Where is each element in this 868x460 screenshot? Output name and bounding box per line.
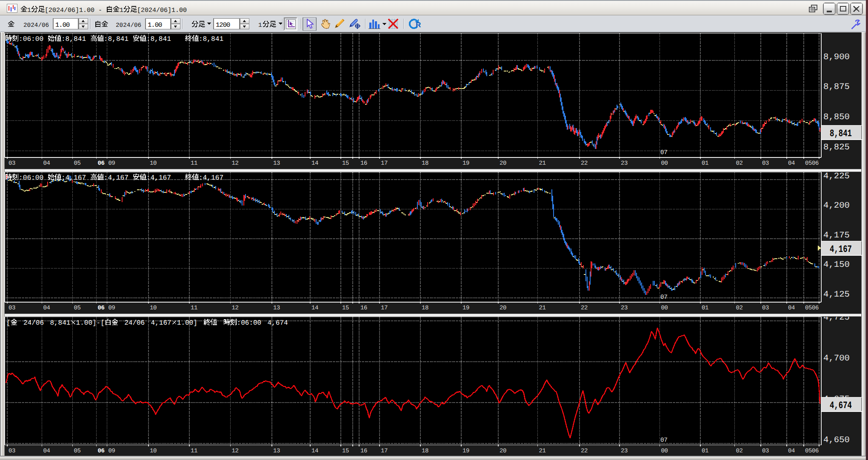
- svg-text::06:00: :06:00: [19, 35, 43, 43]
- svg-text:8,841: 8,841: [830, 128, 852, 139]
- svg-text:16: 16: [360, 448, 368, 454]
- svg-text:2024/06: 2024/06: [116, 22, 141, 29]
- svg-text:21: 21: [539, 448, 546, 454]
- svg-text:04: 04: [43, 305, 51, 311]
- svg-text:20: 20: [500, 305, 507, 311]
- svg-text:22: 22: [581, 305, 588, 311]
- svg-text:1: 1: [120, 7, 123, 14]
- svg-text:4,125: 4,125: [823, 290, 850, 300]
- svg-text:11: 11: [191, 305, 198, 311]
- svg-text:09: 09: [108, 160, 116, 167]
- svg-text:14: 14: [311, 448, 319, 454]
- svg-text:16: 16: [360, 160, 368, 167]
- svg-text:22: 22: [581, 160, 588, 167]
- svg-text:06: 06: [98, 305, 105, 311]
- svg-text:4,200: 4,200: [823, 201, 850, 211]
- svg-text:10: 10: [150, 305, 157, 311]
- svg-text:24/06: 24/06: [23, 319, 44, 327]
- svg-text:15: 15: [342, 448, 349, 454]
- svg-text:02: 02: [736, 448, 743, 454]
- svg-text:14: 14: [311, 160, 319, 167]
- svg-text:13: 13: [273, 160, 280, 167]
- svg-text:06: 06: [812, 160, 819, 167]
- svg-text:05: 05: [805, 160, 812, 167]
- svg-text:12: 12: [232, 160, 239, 167]
- svg-text:18: 18: [422, 448, 429, 454]
- svg-text:01: 01: [702, 160, 709, 167]
- svg-text::4,167: :4,167: [199, 174, 223, 182]
- svg-text::8,841: :8,841: [104, 35, 128, 43]
- svg-text:05: 05: [805, 448, 812, 454]
- svg-text:03: 03: [9, 305, 16, 311]
- svg-text:4,167: 4,167: [151, 319, 171, 327]
- svg-text:02: 02: [736, 305, 743, 311]
- svg-text:1200: 1200: [216, 21, 230, 29]
- svg-text:05: 05: [74, 160, 81, 167]
- svg-text:00: 00: [661, 305, 668, 311]
- svg-text:15: 15: [342, 305, 349, 311]
- svg-text:04: 04: [788, 305, 795, 311]
- svg-text::4,167: :4,167: [61, 174, 86, 182]
- svg-text::8,841: :8,841: [199, 35, 223, 43]
- svg-text:04: 04: [43, 160, 51, 167]
- svg-text:1.00: 1.00: [55, 21, 70, 29]
- svg-text:06: 06: [98, 448, 105, 454]
- svg-text:21: 21: [539, 305, 546, 311]
- svg-text:17: 17: [381, 448, 388, 454]
- svg-text:03: 03: [9, 160, 16, 167]
- svg-text:06: 06: [98, 160, 105, 167]
- svg-text:18: 18: [422, 305, 429, 311]
- svg-text:19: 19: [463, 448, 470, 454]
- svg-text::4,167: :4,167: [146, 174, 171, 182]
- svg-text:8,875: 8,875: [823, 82, 850, 92]
- svg-text:4,674: 4,674: [830, 400, 852, 411]
- svg-text::8,841: :8,841: [61, 35, 86, 43]
- svg-text::8,841: :8,841: [146, 35, 171, 43]
- svg-text:14: 14: [311, 305, 319, 311]
- svg-text:20: 20: [500, 160, 507, 167]
- svg-text:16: 16: [360, 305, 368, 311]
- svg-text:4,650: 4,650: [823, 435, 850, 445]
- svg-text:09: 09: [108, 305, 116, 311]
- svg-text:R: R: [416, 21, 421, 29]
- svg-text::06:00: :06:00: [237, 319, 262, 327]
- svg-text:23: 23: [621, 305, 628, 311]
- svg-text:05: 05: [74, 305, 81, 311]
- svg-text:[2024/06]1.00: [2024/06]1.00: [45, 7, 94, 14]
- svg-text:13: 13: [273, 305, 280, 311]
- svg-text:02: 02: [736, 160, 743, 167]
- svg-text:23: 23: [621, 448, 628, 454]
- svg-text:1: 1: [258, 22, 262, 29]
- svg-text:03: 03: [9, 448, 16, 454]
- svg-text:1.00]: 1.00]: [177, 319, 197, 327]
- svg-text:03: 03: [762, 448, 769, 454]
- svg-text:10: 10: [150, 448, 157, 454]
- svg-text:11: 11: [191, 160, 198, 167]
- svg-text:04: 04: [788, 160, 795, 167]
- svg-text:22: 22: [581, 448, 588, 454]
- svg-text:1.00]-[: 1.00]-[: [76, 319, 105, 327]
- svg-text:03: 03: [762, 305, 769, 311]
- svg-text:00: 00: [661, 160, 668, 167]
- svg-text:01: 01: [702, 448, 709, 454]
- svg-text:24/06: 24/06: [124, 319, 145, 327]
- svg-text:03: 03: [762, 160, 769, 167]
- svg-text:8,900: 8,900: [823, 52, 850, 62]
- svg-text:-: -: [98, 7, 102, 14]
- svg-text:04: 04: [43, 448, 51, 454]
- svg-text:4,150: 4,150: [823, 260, 850, 270]
- svg-text:4,225: 4,225: [823, 171, 850, 181]
- svg-text:2024/06: 2024/06: [23, 22, 49, 29]
- svg-text:05: 05: [805, 305, 812, 311]
- svg-text:12: 12: [232, 448, 239, 454]
- svg-text:09: 09: [108, 448, 116, 454]
- svg-text:17: 17: [381, 305, 388, 311]
- svg-text:[2024/06]1.00: [2024/06]1.00: [137, 7, 187, 14]
- svg-text:4,700: 4,700: [823, 354, 850, 363]
- svg-text:8,825: 8,825: [823, 143, 850, 152]
- svg-text:06: 06: [812, 305, 819, 311]
- svg-text:00: 00: [661, 448, 668, 454]
- svg-text::4,167: :4,167: [104, 174, 128, 182]
- svg-text:05: 05: [74, 448, 81, 454]
- svg-text:07: 07: [660, 149, 668, 156]
